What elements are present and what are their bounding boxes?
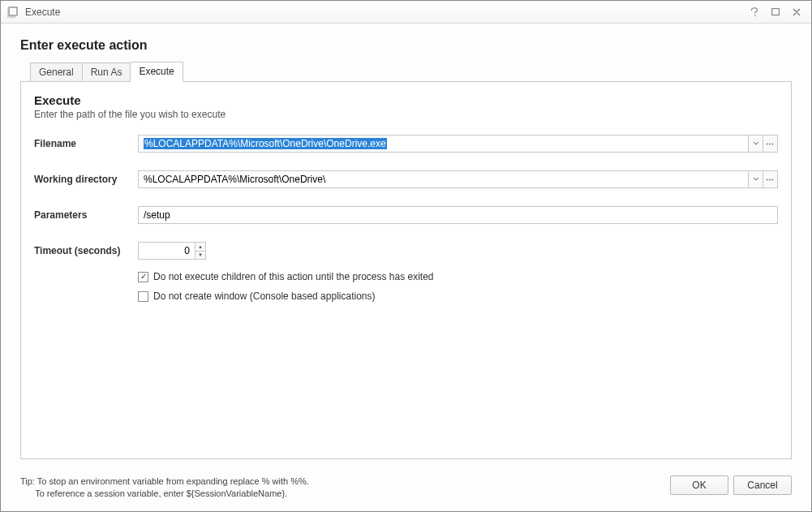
timeout-spinner: ▲ ▼ [195,242,206,260]
ok-button[interactable]: OK [670,475,728,495]
svg-point-1 [754,15,756,16]
row-filename: Filename %LOCALAPPDATA%\Microsoft\OneDri… [34,135,778,153]
filename-label: Filename [34,138,138,149]
execute-app-icon [7,6,20,19]
tip-text: Tip: To stop an environment variable fro… [20,475,670,500]
section-title: Execute [34,93,778,107]
timeout-spin-up[interactable]: ▲ [195,243,205,252]
checkbox-no-children-label: Do not execute children of this action u… [153,271,434,282]
filename-input[interactable]: %LOCALAPPDATA%\Microsoft\OneDrive\OneDri… [138,135,749,153]
timeout-input[interactable] [138,242,195,260]
row-parameters: Parameters [34,206,778,224]
workingdir-label: Working directory [34,174,138,185]
cancel-button[interactable]: Cancel [733,475,792,495]
page-title: Enter execute action [20,38,792,53]
row-workingdir: Working directory ⋯ [34,170,778,188]
ellipsis-icon: ⋯ [766,140,775,148]
svg-rect-2 [772,8,780,15]
ellipsis-icon: ⋯ [766,175,775,184]
filename-value: %LOCALAPPDATA%\Microsoft\OneDrive\OneDri… [144,138,387,149]
workingdir-dropdown-button[interactable] [749,170,763,188]
section-subtitle: Enter the path of the file you wish to e… [34,109,778,120]
chevron-down-icon [753,140,759,147]
footer: Tip: To stop an environment variable fro… [1,467,811,511]
filename-dropdown-button[interactable] [749,135,763,153]
spin-down-icon: ▼ [198,252,203,257]
help-button[interactable] [745,5,764,19]
workingdir-input[interactable] [138,170,749,188]
tip-line2: To reference a session variable, enter $… [35,488,287,498]
maximize-button[interactable] [766,5,785,19]
timeout-label: Timeout (seconds) [34,245,138,256]
help-icon [749,6,760,18]
close-button[interactable] [787,5,806,19]
checkbox-no-window-label: Do not create window (Console based appl… [153,290,376,302]
content-area: Enter execute action General Run As Exec… [1,24,811,467]
chevron-down-icon [753,176,759,183]
tab-general[interactable]: General [30,62,83,82]
row-check-children: Do not execute children of this action u… [138,271,778,282]
tabs: General Run As Execute [30,61,792,81]
timeout-spin-down[interactable]: ▼ [195,252,205,260]
parameters-label: Parameters [34,209,138,221]
tab-panel-execute: Execute Enter the path of the file you w… [20,81,792,459]
spin-up-icon: ▲ [198,244,203,249]
checkbox-no-window[interactable] [138,291,148,302]
dialog-buttons: OK Cancel [670,475,792,495]
tab-runas[interactable]: Run As [83,62,131,82]
tab-execute[interactable]: Execute [131,62,183,82]
parameters-input[interactable] [138,206,778,224]
dialog-window: Execute Enter execute action General Run… [0,0,812,512]
row-check-window: Do not create window (Console based appl… [138,290,778,302]
checkbox-no-children[interactable] [138,272,148,282]
filename-browse-button[interactable]: ⋯ [763,135,778,153]
tip-line1: Tip: To stop an environment variable fro… [20,476,309,486]
close-icon [791,6,802,18]
row-timeout: Timeout (seconds) ▲ ▼ [34,242,778,260]
svg-rect-0 [9,7,17,15]
titlebar: Execute [1,1,811,24]
workingdir-browse-button[interactable]: ⋯ [763,170,778,188]
window-title: Execute [25,6,60,18]
maximize-icon [770,6,781,18]
